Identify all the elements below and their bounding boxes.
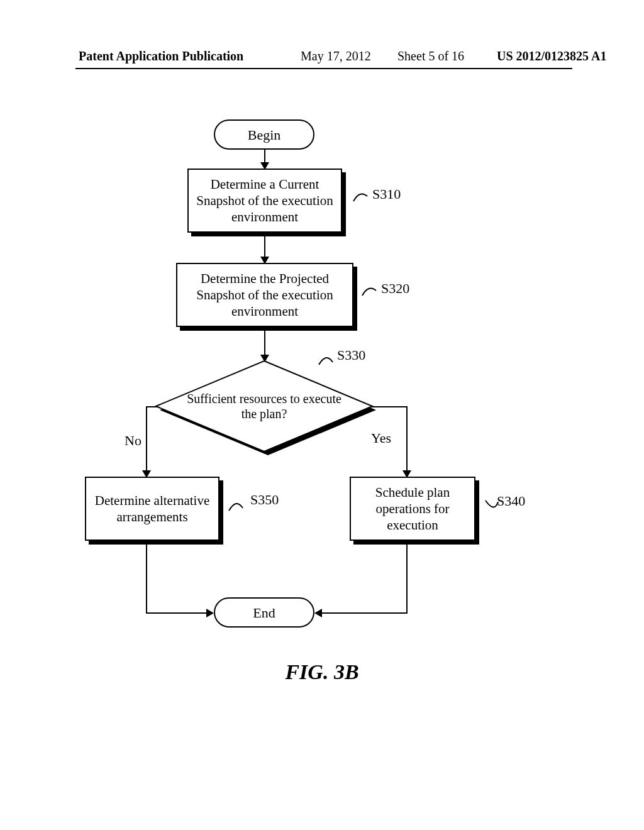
connector xyxy=(146,406,157,407)
step-s310-box: Determine a Current Snapshot of the exec… xyxy=(187,169,342,233)
connector xyxy=(264,236,265,258)
terminator-end-label: End xyxy=(253,605,275,621)
reference-curl-icon xyxy=(352,187,369,204)
sheet-number: Sheet 5 of 16 xyxy=(397,49,464,64)
step-s320: Determine the Projected Snapshot of the … xyxy=(176,263,357,331)
connector xyxy=(406,545,408,612)
reference-curl-icon xyxy=(318,351,334,367)
publication-number: US 2012/0123825 A1 xyxy=(497,49,606,64)
connector xyxy=(371,406,408,407)
connector xyxy=(406,406,408,472)
decision-s330-label: Sufficient resources to execute the plan… xyxy=(182,391,346,421)
step-s310-ref: S310 xyxy=(372,186,401,202)
patent-page: Patent Application Publication May 17, 2… xyxy=(0,0,644,830)
connector xyxy=(322,612,408,614)
step-s310: Determine a Current Snapshot of the exec… xyxy=(187,169,346,236)
terminator-begin: Begin xyxy=(214,119,314,150)
connector xyxy=(264,331,265,356)
arrowhead-icon xyxy=(314,609,322,617)
terminator-end: End xyxy=(214,597,314,628)
reference-curl-icon xyxy=(228,498,244,514)
step-s340-text: Schedule plan operations for execution xyxy=(357,484,468,534)
decision-s330-ref: S330 xyxy=(337,347,365,363)
step-s350: Determine alternative arrangements xyxy=(85,477,223,545)
connector xyxy=(264,150,265,163)
step-s350-box: Determine alternative arrangements xyxy=(85,477,219,541)
decision-s330: Sufficient resources to execute the plan… xyxy=(151,360,377,453)
connector xyxy=(146,406,147,472)
terminator-begin-label: Begin xyxy=(248,127,281,143)
connector xyxy=(146,545,147,612)
step-s320-box: Determine the Projected Snapshot of the … xyxy=(176,263,353,327)
flowchart: Begin Determine a Current Snapshot of th… xyxy=(0,113,644,660)
reference-curl-icon xyxy=(361,282,377,298)
step-s350-text: Determine alternative arrangements xyxy=(92,492,212,526)
branch-no-label: No xyxy=(125,433,142,449)
figure-caption: FIG. 3B xyxy=(0,660,644,684)
decision-s330-text: Sufficient resources to execute the plan… xyxy=(151,360,377,453)
step-s340-ref: S340 xyxy=(497,493,525,509)
header-divider xyxy=(75,68,572,69)
branch-yes-label: Yes xyxy=(371,430,391,446)
step-s340-box: Schedule plan operations for execution xyxy=(350,477,475,541)
publication-date: May 17, 2012 xyxy=(301,49,371,64)
step-s310-text: Determine a Current Snapshot of the exec… xyxy=(195,176,335,226)
publication-type: Patent Application Publication xyxy=(79,49,243,64)
step-s320-text: Determine the Projected Snapshot of the … xyxy=(184,270,346,320)
step-s320-ref: S320 xyxy=(381,280,409,297)
step-s340: Schedule plan operations for execution xyxy=(350,477,479,545)
arrowhead-icon xyxy=(206,609,214,617)
step-s350-ref: S350 xyxy=(250,492,279,508)
connector xyxy=(146,612,208,614)
